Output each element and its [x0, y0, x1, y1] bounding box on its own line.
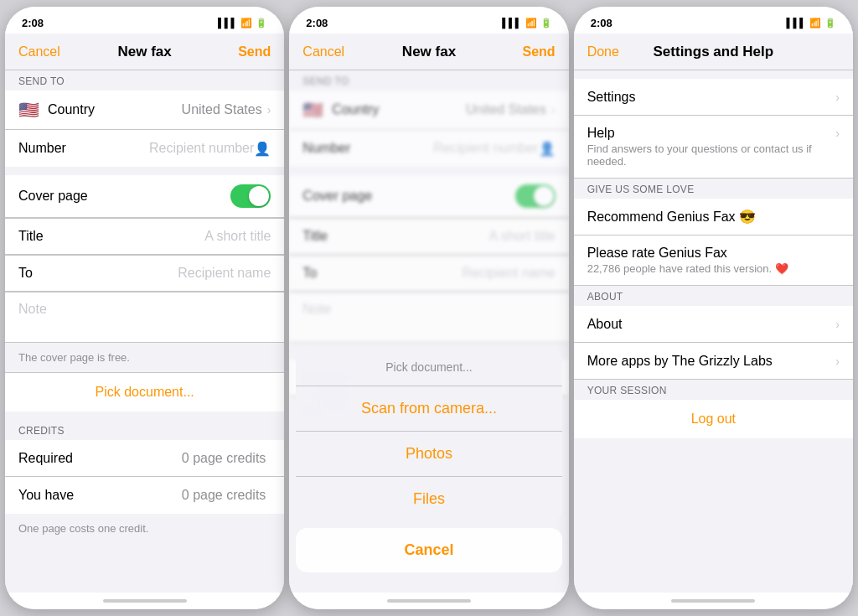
status-bar-3: 2:08 ▌▌▌ 📶 🔋	[574, 7, 853, 34]
contacts-icon-2: 👤	[539, 141, 556, 157]
required-label-1: Required	[18, 451, 182, 466]
files-button[interactable]: Files	[296, 477, 561, 521]
action-sheet-title: Pick document...	[296, 349, 561, 386]
about-row[interactable]: About ›	[574, 306, 853, 343]
cover-page-row-1[interactable]: Cover page	[5, 175, 284, 218]
chevron-settings: ›	[835, 91, 840, 104]
country-value-1: United States	[182, 102, 262, 117]
nav-title-3: Settings and Help	[654, 44, 774, 60]
help-row[interactable]: Help › Find answers to your questions or…	[574, 116, 853, 179]
send-to-header-1: SEND TO	[5, 70, 284, 91]
rate-sub: 22,786 people have rated this version. ❤…	[587, 261, 788, 275]
one-page-cost-1: One page costs one credit.	[5, 514, 284, 543]
status-icons-3: ▌▌▌ 📶 🔋	[787, 18, 836, 28]
settings-list: Settings › Help › Find answers to your q…	[574, 79, 853, 179]
about-label: About	[587, 317, 836, 332]
to-placeholder-1: Recipient name	[145, 266, 271, 281]
nav-bar-2: Cancel New fax Send	[289, 34, 568, 70]
country-label-2: Country	[332, 102, 466, 117]
battery-icon-2: 🔋	[540, 18, 552, 28]
title-row-1[interactable]: Title A short title	[5, 218, 284, 255]
home-bar-1	[103, 599, 187, 603]
chevron-help: ›	[835, 127, 840, 140]
to-label-2: To	[302, 266, 429, 281]
help-sub: Find answers to your questions or contac…	[587, 141, 840, 168]
cover-page-toggle-2	[515, 184, 556, 208]
more-apps-label: More apps by The Grizzly Labs	[587, 354, 836, 369]
time-1: 2:08	[22, 17, 44, 29]
you-have-value-1: 0 page credits	[182, 488, 266, 503]
about-header: ABOUT	[574, 286, 853, 306]
time-3: 2:08	[591, 17, 612, 29]
status-icons-2: ▌▌▌ 📶 🔋	[502, 18, 551, 28]
send-button-2[interactable]: Send	[514, 44, 556, 60]
action-cancel-button[interactable]: Cancel	[296, 528, 561, 572]
session-list: Log out	[574, 400, 853, 438]
action-sheet-overlay: Pick document... Scan from camera... Pho…	[289, 349, 568, 593]
nav-bar-1: Cancel New fax Send	[5, 34, 284, 70]
logout-button[interactable]: Log out	[574, 400, 853, 438]
number-placeholder-2: Recipient number	[421, 141, 539, 156]
credits-section-1: Required 0 page credits You have 0 page …	[5, 440, 284, 514]
wifi-icon-2: 📶	[525, 18, 537, 28]
photos-button[interactable]: Photos	[296, 432, 561, 477]
cancel-button-2[interactable]: Cancel	[302, 44, 344, 60]
send-button-1[interactable]: Send	[229, 44, 271, 60]
divider-1	[5, 167, 284, 175]
phone-2: 2:08 ▌▌▌ 📶 🔋 Cancel New fax Send SEND TO…	[289, 7, 568, 609]
country-row-1[interactable]: 🇺🇸 Country United States ›	[5, 91, 284, 130]
settings-content: Settings › Help › Find answers to your q…	[574, 70, 853, 593]
flag-icon-2: 🇺🇸	[302, 100, 323, 120]
action-sheet: Pick document... Scan from camera... Pho…	[296, 349, 561, 521]
rate-label: Please rate Genius Fax	[587, 246, 840, 261]
signal-icon-2: ▌▌▌	[502, 18, 521, 28]
pick-doc-btn-1[interactable]: Pick document...	[5, 372, 284, 412]
send-to-section-1: 🇺🇸 Country United States › Number Recipi…	[5, 91, 284, 167]
phone-3: 2:08 ▌▌▌ 📶 🔋 Done Settings and Help Sett…	[574, 7, 853, 609]
about-list: About › More apps by The Grizzly Labs ›	[574, 306, 853, 380]
gap-settings	[574, 70, 853, 79]
cover-page-toggle-1[interactable]	[230, 184, 271, 208]
home-indicator-2	[289, 593, 568, 609]
chevron-country-1: ›	[267, 103, 271, 116]
number-row-1[interactable]: Number Recipient number 👤	[5, 130, 284, 167]
number-placeholder-1: Recipient number	[137, 141, 255, 156]
flag-icon-1: 🇺🇸	[18, 100, 39, 120]
title-row-2: Title A short title	[289, 218, 568, 255]
session-header: YOUR SESSION	[574, 380, 853, 400]
cover-page-label-1: Cover page	[18, 189, 230, 204]
cancel-button-1[interactable]: Cancel	[18, 44, 60, 60]
title-placeholder-2: A short title	[429, 229, 556, 244]
home-indicator-3	[574, 593, 853, 609]
contacts-icon-1[interactable]: 👤	[254, 141, 271, 157]
country-label-1: Country	[48, 102, 182, 117]
help-label: Help	[587, 126, 836, 141]
give-love-header: GIVE US SOME LOVE	[574, 179, 853, 199]
settings-row[interactable]: Settings ›	[574, 79, 853, 116]
scan-camera-button[interactable]: Scan from camera...	[296, 386, 561, 432]
title-label-2: Title	[302, 229, 429, 244]
note-row-1[interactable]: Note	[5, 292, 284, 342]
nav-title-1: New fax	[118, 44, 172, 60]
signal-icon-3: ▌▌▌	[787, 18, 806, 28]
home-bar-3	[671, 599, 755, 603]
more-apps-row[interactable]: More apps by The Grizzly Labs ›	[574, 343, 853, 380]
phone-2-content: SEND TO 🇺🇸 Country United States › Numbe…	[289, 70, 568, 593]
cover-page-section-1: Cover page Title A short title To Recipi…	[5, 175, 284, 343]
to-placeholder-2: Recipient name	[429, 266, 556, 281]
wifi-icon: 📶	[240, 18, 252, 28]
you-have-label-1: You have	[18, 488, 182, 503]
country-row-2: 🇺🇸 Country United States ›	[289, 91, 568, 130]
to-row-1[interactable]: To Recipient name	[5, 255, 284, 292]
battery-icon-3: 🔋	[824, 18, 836, 28]
recommend-row[interactable]: Recommend Genius Fax 😎	[574, 199, 853, 236]
number-label-1: Number	[18, 141, 137, 156]
send-to-section-2: 🇺🇸 Country United States › Number Recipi…	[289, 91, 568, 167]
rate-row[interactable]: Please rate Genius Fax 22,786 people hav…	[574, 236, 853, 286]
done-button[interactable]: Done	[587, 44, 629, 60]
status-bar-2: 2:08 ▌▌▌ 📶 🔋	[289, 7, 568, 34]
status-icons-1: ▌▌▌ 📶 🔋	[218, 18, 267, 28]
to-row-2: To Recipient name	[289, 255, 568, 292]
credits-header-1: CREDITS	[5, 420, 284, 440]
send-to-header-2: SEND TO	[289, 70, 568, 91]
